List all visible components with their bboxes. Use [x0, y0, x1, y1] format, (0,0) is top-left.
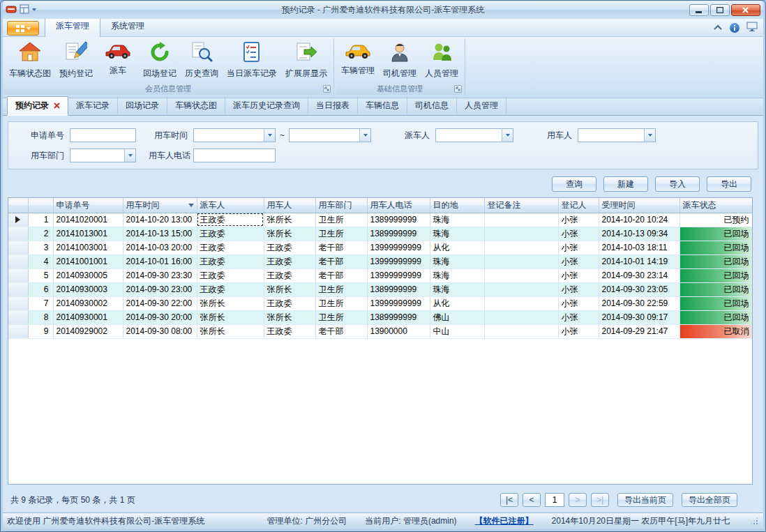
- table-row[interactable]: 2201410130012014-10-13 15:00王政委张所长卫生所138…: [8, 227, 752, 241]
- table-row[interactable]: 8201409300012014-09-30 20:00张所长张所长卫生所138…: [8, 310, 752, 324]
- export-button[interactable]: 导出: [707, 176, 751, 192]
- column-header-dispatcher[interactable]: 派车人: [197, 198, 264, 213]
- ribbon-button-vehicle-manage[interactable]: 车辆管理: [338, 39, 378, 83]
- row-indicator[interactable]: [8, 241, 28, 254]
- row-indicator[interactable]: [8, 254, 28, 268]
- cell-dispatcher[interactable]: 王政委: [197, 254, 264, 268]
- cell-use-time[interactable]: 2014-09-30 20:00: [123, 310, 197, 324]
- phone-input[interactable]: [193, 149, 276, 162]
- cell-accept-time[interactable]: 2014-09-29 21:47: [599, 324, 679, 338]
- cell-registrar[interactable]: 小张: [558, 324, 599, 338]
- cell-dept[interactable]: 卫生所: [315, 227, 367, 241]
- column-header-remark[interactable]: 登记备注: [484, 198, 558, 213]
- cell-status[interactable]: 已回场: [679, 296, 752, 310]
- table-row[interactable]: 9201409290022014-09-30 08:00张所长王政委老干部139…: [8, 324, 752, 338]
- cell-apply-no[interactable]: 20140930002: [53, 296, 123, 310]
- cell-destination[interactable]: 珠海: [430, 282, 484, 296]
- dropdown-arrow-icon[interactable]: [124, 149, 135, 162]
- cell-apply-no[interactable]: 20141001001: [53, 254, 123, 268]
- column-header-dept[interactable]: 用车部门: [315, 198, 367, 213]
- cell-destination[interactable]: 珠海: [430, 227, 484, 241]
- column-header-registrar[interactable]: 登记人: [558, 198, 599, 213]
- cell-phone[interactable]: 13999999999: [367, 268, 430, 282]
- column-header-status[interactable]: 派车状态: [679, 198, 752, 213]
- cell-registrar[interactable]: 小张: [558, 268, 599, 282]
- ribbon-button-vehicle-status-map[interactable]: 车辆状态图: [6, 39, 54, 83]
- sort-dropdown-icon[interactable]: [188, 204, 194, 207]
- column-header-apply-no[interactable]: 申请单号: [53, 198, 123, 213]
- cell-dispatcher[interactable]: 张所长: [197, 310, 264, 324]
- doc-tab-vehicle-status-map[interactable]: 车辆状态图: [167, 97, 225, 115]
- dropdown-arrow-icon[interactable]: [264, 129, 275, 142]
- column-header-accept-time[interactable]: 受理时间: [599, 198, 679, 213]
- cell-apply-no[interactable]: 20140930001: [53, 310, 123, 324]
- doc-tab-daily-report[interactable]: 当日报表: [308, 97, 358, 115]
- cell-dept[interactable]: 卫生所: [315, 310, 367, 324]
- row-indicator[interactable]: [8, 268, 28, 282]
- cell-user[interactable]: 张所长: [264, 227, 315, 241]
- ribbon-button-history-query[interactable]: 历史查询: [181, 39, 222, 83]
- use-time-to-input[interactable]: [290, 129, 359, 142]
- cell-user[interactable]: 王政委: [264, 324, 315, 338]
- cell-phone[interactable]: 13999999999: [367, 241, 430, 254]
- maximize-button[interactable]: [710, 4, 730, 16]
- cell-accept-time[interactable]: 2014-09-30 23:05: [599, 282, 679, 296]
- quick-access-icon[interactable]: [20, 4, 29, 16]
- cell-user[interactable]: 王政委: [264, 254, 315, 268]
- quick-access-dropdown-icon[interactable]: [32, 8, 36, 11]
- minimize-button[interactable]: [689, 4, 709, 16]
- row-indicator[interactable]: [8, 213, 28, 227]
- close-button[interactable]: [731, 4, 760, 16]
- display-switch-icon[interactable]: [746, 22, 758, 33]
- doc-tab-driver-info[interactable]: 司机信息: [407, 97, 457, 115]
- import-button[interactable]: 导入: [655, 176, 700, 192]
- cell-use-time[interactable]: 2014-09-30 23:00: [123, 282, 197, 296]
- cell-apply-no[interactable]: 20140930005: [53, 268, 123, 282]
- cell-user[interactable]: 王政委: [264, 241, 315, 254]
- cell-user[interactable]: 张所长: [264, 282, 315, 296]
- cell-phone[interactable]: 1389999999: [367, 310, 430, 324]
- dept-input[interactable]: [70, 149, 124, 162]
- close-tab-icon[interactable]: [54, 101, 60, 111]
- cell-use-time[interactable]: 2014-09-30 08:00: [123, 324, 197, 338]
- doc-tab-dispatch-history-query[interactable]: 派车历史记录查询: [225, 97, 308, 115]
- cell-remark[interactable]: [484, 213, 558, 227]
- ribbon-button-dispatch[interactable]: 派车: [98, 39, 138, 83]
- cell-use-time[interactable]: 2014-10-03 20:00: [123, 241, 197, 254]
- cell-remark[interactable]: [484, 324, 558, 338]
- cell-status[interactable]: 已回场: [679, 227, 752, 241]
- cell-status[interactable]: 已回场: [679, 282, 752, 296]
- dropdown-arrow-icon[interactable]: [644, 129, 655, 142]
- create-button[interactable]: 新建: [603, 176, 648, 192]
- cell-status[interactable]: 已回场: [679, 310, 752, 324]
- cell-remark[interactable]: [484, 310, 558, 324]
- cell-remark[interactable]: [484, 227, 558, 241]
- table-row[interactable]: 1201410200012014-10-20 13:00王政委张所长卫生所138…: [8, 213, 752, 227]
- cell-user[interactable]: 张所长: [264, 310, 315, 324]
- ribbon-button-return-register[interactable]: 回场登记: [140, 39, 180, 83]
- cell-status[interactable]: 已取消: [679, 324, 752, 338]
- about-info-icon[interactable]: [730, 23, 739, 33]
- cell-remark[interactable]: [484, 254, 558, 268]
- cell-registrar[interactable]: 小张: [558, 282, 599, 296]
- software-registered-link[interactable]: 【软件已注册】: [475, 515, 534, 527]
- cell-phone[interactable]: 13999999999: [367, 296, 430, 310]
- cell-dispatcher[interactable]: 王政委: [197, 282, 264, 296]
- last-page-button[interactable]: >|: [591, 493, 609, 507]
- page-number-input[interactable]: [545, 493, 564, 507]
- cell-accept-time[interactable]: 2014-09-30 22:59: [599, 296, 679, 310]
- doc-tab-dispatch-records[interactable]: 派车记录: [68, 97, 118, 115]
- next-page-button[interactable]: >: [569, 493, 587, 507]
- table-row[interactable]: 3201410030012014-10-03 20:00王政委王政委老干部139…: [8, 241, 752, 254]
- row-indicator[interactable]: [8, 296, 28, 310]
- cell-registrar[interactable]: 小张: [558, 241, 599, 254]
- cell-dept[interactable]: 老干部: [315, 241, 367, 254]
- cell-phone[interactable]: 1389999999: [367, 282, 430, 296]
- cell-accept-time[interactable]: 2014-09-30 23:14: [599, 268, 679, 282]
- cell-dispatcher[interactable]: 王政委: [197, 227, 264, 241]
- cell-dept[interactable]: 老干部: [315, 254, 367, 268]
- ribbon-button-extend-screen[interactable]: 扩展屏显示: [282, 39, 331, 83]
- column-header-use-time[interactable]: 用车时间: [123, 198, 197, 213]
- cell-use-time[interactable]: 2014-10-01 16:00: [123, 254, 197, 268]
- cell-phone[interactable]: 13900000: [367, 324, 430, 338]
